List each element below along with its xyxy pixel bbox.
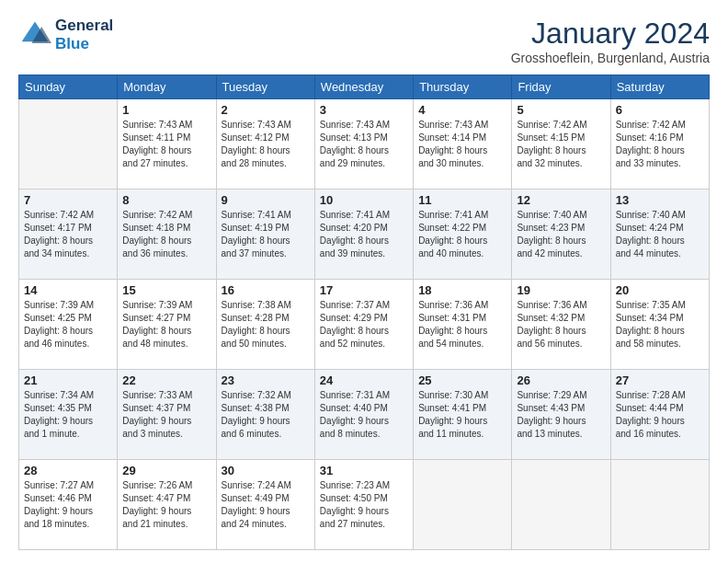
location-subtitle: Grosshoeflein, Burgenland, Austria — [511, 51, 710, 65]
cell-info-line: and 21 minutes. — [122, 518, 210, 531]
calendar-cell: 8Sunrise: 7:42 AMSunset: 4:18 PMDaylight… — [118, 190, 216, 280]
cell-info-line: Sunset: 4:46 PM — [24, 492, 112, 505]
cell-info-line: Daylight: 8 hours — [320, 325, 408, 338]
calendar-cell: 4Sunrise: 7:43 AMSunset: 4:14 PMDaylight… — [414, 99, 512, 190]
calendar-cell: 7Sunrise: 7:42 AMSunset: 4:17 PMDaylight… — [19, 190, 118, 280]
cell-info-line: Sunrise: 7:38 AM — [222, 299, 310, 312]
cell-info-line: Sunset: 4:29 PM — [320, 312, 408, 325]
cell-info-line: and 29 minutes. — [320, 157, 408, 170]
day-number: 5 — [517, 103, 605, 117]
cell-info-line: Daylight: 9 hours — [616, 415, 704, 428]
day-number: 17 — [320, 283, 408, 297]
page: General Blue January 2024 Grosshoeflein,… — [0, 0, 728, 563]
calendar-cell: 3Sunrise: 7:43 AMSunset: 4:13 PMDaylight… — [314, 99, 413, 190]
cell-info-line: Sunset: 4:50 PM — [320, 492, 408, 505]
day-number: 19 — [517, 283, 605, 297]
day-number: 8 — [122, 193, 210, 207]
logo-line2: Blue — [55, 35, 113, 53]
calendar-cell: 12Sunrise: 7:40 AMSunset: 4:23 PMDayligh… — [512, 190, 610, 280]
calendar-cell — [19, 99, 118, 190]
calendar-cell: 25Sunrise: 7:30 AMSunset: 4:41 PMDayligh… — [414, 370, 512, 460]
cell-info-line: Sunrise: 7:32 AM — [222, 389, 310, 402]
calendar-week-row: 7Sunrise: 7:42 AMSunset: 4:17 PMDaylight… — [19, 190, 710, 280]
cell-info-line: Daylight: 9 hours — [24, 415, 112, 428]
cell-info-line: Sunset: 4:16 PM — [616, 132, 704, 144]
day-number: 28 — [24, 464, 112, 477]
cell-info-line: Sunrise: 7:40 AM — [616, 209, 704, 222]
calendar-cell: 19Sunrise: 7:36 AMSunset: 4:32 PMDayligh… — [512, 280, 610, 370]
cell-info-line: Daylight: 8 hours — [122, 325, 210, 338]
cell-info-line: Sunrise: 7:41 AM — [320, 209, 408, 222]
calendar-cell — [512, 460, 610, 550]
calendar-cell: 14Sunrise: 7:39 AMSunset: 4:25 PMDayligh… — [19, 280, 118, 370]
cell-info-line: Sunset: 4:19 PM — [222, 222, 310, 235]
cell-info-line: Sunrise: 7:24 AM — [222, 479, 310, 492]
cell-info-line: Sunrise: 7:43 AM — [122, 119, 210, 132]
cell-info-line: Sunrise: 7:28 AM — [616, 389, 704, 402]
cell-info-line: Sunrise: 7:35 AM — [616, 299, 704, 312]
calendar-cell: 30Sunrise: 7:24 AMSunset: 4:49 PMDayligh… — [216, 460, 314, 550]
cell-info-line: and 32 minutes. — [517, 157, 605, 170]
day-number: 22 — [122, 373, 210, 387]
cell-info-line: Sunrise: 7:43 AM — [222, 119, 310, 132]
calendar-cell: 21Sunrise: 7:34 AMSunset: 4:35 PMDayligh… — [19, 370, 118, 460]
calendar-cell — [610, 460, 709, 550]
cell-info-line: Sunset: 4:18 PM — [122, 222, 210, 235]
calendar-cell: 20Sunrise: 7:35 AMSunset: 4:34 PMDayligh… — [610, 280, 709, 370]
cell-info-line: and 34 minutes. — [24, 247, 112, 260]
cell-info-line: Daylight: 8 hours — [24, 325, 112, 338]
calendar-cell: 16Sunrise: 7:38 AMSunset: 4:28 PMDayligh… — [216, 280, 314, 370]
day-number: 24 — [320, 373, 408, 387]
cell-info-line: Daylight: 8 hours — [320, 235, 408, 247]
cell-info-line: Sunset: 4:43 PM — [517, 402, 605, 415]
day-number: 11 — [418, 193, 506, 207]
day-number: 25 — [418, 373, 506, 387]
cell-info-line: Daylight: 8 hours — [418, 325, 506, 338]
cell-info-line: Sunrise: 7:34 AM — [24, 389, 112, 402]
cell-info-line: and 58 minutes. — [616, 338, 704, 350]
cell-info-line: Sunset: 4:12 PM — [222, 132, 310, 144]
calendar-cell: 22Sunrise: 7:33 AMSunset: 4:37 PMDayligh… — [118, 370, 216, 460]
calendar-cell: 10Sunrise: 7:41 AMSunset: 4:20 PMDayligh… — [314, 190, 413, 280]
cell-info-line: Daylight: 9 hours — [222, 505, 310, 518]
cell-info-line: and 54 minutes. — [418, 338, 506, 350]
calendar-cell: 5Sunrise: 7:42 AMSunset: 4:15 PMDaylight… — [512, 99, 610, 190]
month-title: January 2024 — [511, 17, 710, 51]
cell-info-line: Sunset: 4:34 PM — [616, 312, 704, 325]
cell-info-line: Daylight: 8 hours — [122, 235, 210, 247]
cell-info-line: Sunset: 4:27 PM — [122, 312, 210, 325]
day-number: 2 — [222, 103, 310, 117]
cell-info-line: Daylight: 8 hours — [222, 325, 310, 338]
logo-icon — [18, 18, 51, 52]
cell-info-line: Sunset: 4:40 PM — [320, 402, 408, 415]
cell-info-line: and 18 minutes. — [24, 518, 112, 531]
calendar-cell: 23Sunrise: 7:32 AMSunset: 4:38 PMDayligh… — [216, 370, 314, 460]
cell-info-line: Daylight: 8 hours — [222, 235, 310, 247]
header: General Blue January 2024 Grosshoeflein,… — [18, 17, 710, 65]
cell-info-line: and 37 minutes. — [222, 247, 310, 260]
logo-line1: General — [55, 17, 113, 35]
calendar-cell: 1Sunrise: 7:43 AMSunset: 4:11 PMDaylight… — [118, 99, 216, 190]
cell-info-line: and 48 minutes. — [122, 338, 210, 350]
cell-info-line: and 27 minutes. — [320, 518, 408, 531]
calendar-cell: 27Sunrise: 7:28 AMSunset: 4:44 PMDayligh… — [610, 370, 709, 460]
cell-info-line: Sunrise: 7:41 AM — [222, 209, 310, 222]
header-cell-thursday: Thursday — [414, 75, 512, 99]
cell-info-line: Daylight: 9 hours — [517, 415, 605, 428]
cell-info-line: and 11 minutes. — [418, 428, 506, 441]
day-number: 20 — [616, 283, 704, 297]
calendar-cell: 26Sunrise: 7:29 AMSunset: 4:43 PMDayligh… — [512, 370, 610, 460]
calendar-week-row: 28Sunrise: 7:27 AMSunset: 4:46 PMDayligh… — [19, 460, 710, 550]
calendar-cell — [414, 460, 512, 550]
cell-info-line: Daylight: 8 hours — [616, 144, 704, 157]
day-number: 31 — [320, 464, 408, 477]
cell-info-line: and 8 minutes. — [320, 428, 408, 441]
cell-info-line: Sunrise: 7:43 AM — [418, 119, 506, 132]
day-number: 30 — [222, 464, 310, 477]
cell-info-line: and 3 minutes. — [122, 428, 210, 441]
cell-info-line: Daylight: 8 hours — [222, 144, 310, 157]
cell-info-line: Sunset: 4:49 PM — [222, 492, 310, 505]
cell-info-line: Sunrise: 7:42 AM — [24, 209, 112, 222]
cell-info-line: and 56 minutes. — [517, 338, 605, 350]
cell-info-line: Daylight: 8 hours — [517, 144, 605, 157]
